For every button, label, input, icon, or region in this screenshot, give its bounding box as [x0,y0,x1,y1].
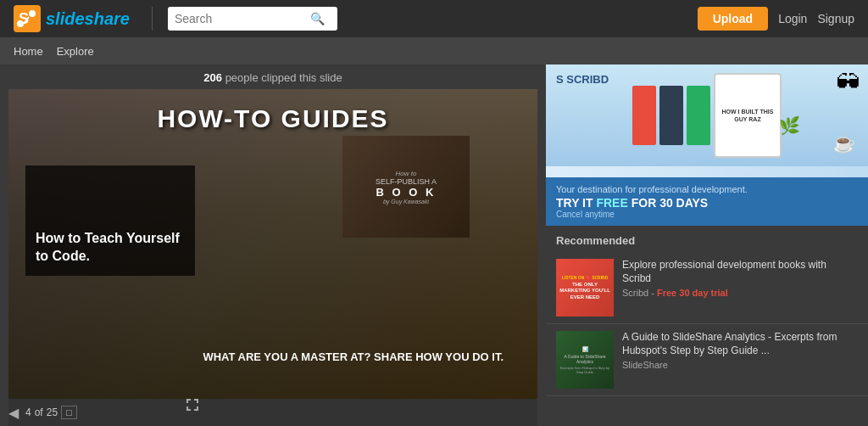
rec-source-2: SlideShare [622,360,858,370]
ad-glasses-icon: 🕶 [836,69,860,97]
main-content: 206 people clipped this slide HOW-TO GUI… [0,64,868,426]
rec-title-1: Explore professional development books w… [622,259,858,285]
slide-viewer: 206 people clipped this slide HOW-TO GUI… [0,64,546,426]
rec-info-2: A Guide to SlideShare Analytics - Excerp… [622,331,858,389]
ad-book-1 [632,86,656,145]
clipped-text: people clipped this slide [222,71,342,84]
rec-thumb-2: 📊 A Guide to SlideShare Analytics Excerp… [556,331,614,389]
slideshare-logo-icon: S [14,5,41,32]
recommended-section: Recommended [546,226,868,252]
right-sidebar: HOW I BUILT THIS GUY RAZ 🕶 🌿 ☕ S SCRIBD … [546,64,868,426]
rec2-subtitle: Excerpts from Hubspot's Step by Step Gui… [559,366,610,374]
upload-button[interactable]: Upload [698,7,768,31]
list-item[interactable]: LISTEN ON 🔴 SCRIBD THE ONLY MARKETING YO… [546,252,868,324]
ad-cta-suffix: FOR 30 DAYS [628,196,708,210]
ad-tablet: HOW I BUILT THIS GUY RAZ [714,73,782,158]
card-how-to: How to [376,170,437,177]
fullscreen-button[interactable] [186,399,198,413]
slide-bottom-text: WHAT ARE YOU A MASTER AT? SHARE HOW YOU … [203,349,504,366]
ad-scribd-logo: S SCRIBD [556,73,609,86]
ad-cta-free: FREE [596,196,627,210]
slide-container: HOW-TO GUIDES How to SELF-PUBLISH A B O … [8,89,537,399]
slide-code-card: How to Teach Yourself to Code. [25,165,195,276]
svg-point-2 [29,10,36,17]
signup-button[interactable]: Signup [817,12,854,25]
page-box[interactable]: □ [61,406,77,419]
slide-book-card: How to SELF-PUBLISH A B O O K by Guy Kaw… [342,136,470,238]
slide-controls: ◀ 4 of 25 □ [8,399,537,426]
card2-title: How to Teach Yourself to Code. [36,230,185,266]
sub-navigation: Home Explore [0,37,868,64]
ad-plant-icon: 🌿 [779,115,800,136]
rec-source-1-highlight: Free 30 day trial [657,288,728,298]
prev-slide-button[interactable]: ◀ [8,405,19,421]
clipped-notice: 206 people clipped this slide [8,71,537,84]
top-navigation: S slideshare 🔍 Upload Login Signup [0,0,868,37]
search-box[interactable]: 🔍 [168,7,337,31]
ad-book-3 [687,86,710,145]
book-title: THE ONLY MARKETING YOU'LL EVER NEED [559,282,610,300]
scribd-label: LISTEN ON 🔴 SCRIBD [559,275,610,280]
recommended-label: Recommended [556,234,635,247]
page-current: 4 [25,406,31,418]
nav-home[interactable]: Home [14,45,43,58]
ad-cta-prefix: TRY IT [556,196,596,210]
rec2-logo: 📊 [559,346,610,352]
search-input[interactable] [175,12,310,25]
logo-text: slideshare [46,9,130,29]
page-of: of [35,406,43,418]
ad-description: Your destination for professional develo… [556,184,858,194]
card-action: SELF-PUBLISH A [376,177,437,186]
card-author: by Guy Kawasaki [376,199,437,205]
rec-source-1: Scribd - Free 30 day trial [622,288,858,298]
page-total: 25 [47,406,58,418]
rec2-book-title: A Guide to SlideShare Analytics [559,354,610,364]
rec-title-2: A Guide to SlideShare Analytics - Excerp… [622,331,858,357]
ad-cta: TRY IT FREE FOR 30 DAYS [556,196,858,210]
ad-tablet-text: HOW I BUILT THIS GUY RAZ [719,108,776,123]
page-indicator: 4 of 25 □ [25,406,77,419]
rec-source-2-text: SlideShare [622,360,668,370]
card-book: B O O K [376,186,437,199]
ad-cancel-text: Cancel anytime [556,210,858,219]
svg-point-3 [17,20,24,27]
login-button[interactable]: Login [778,12,807,25]
scribd-logo-text: S SCRIBD [556,73,609,86]
rec-thumb-1-text: LISTEN ON 🔴 SCRIBD THE ONLY MARKETING YO… [556,272,614,304]
list-item[interactable]: 📊 A Guide to SlideShare Analytics Excerp… [546,324,868,396]
rec-thumb-2-text: 📊 A Guide to SlideShare Analytics Excerp… [556,343,614,378]
nav-explore[interactable]: Explore [57,45,94,58]
rec-source-1-text: Scribd - [622,288,657,298]
logo-area[interactable]: S slideshare [14,5,130,32]
rec-thumb-1: LISTEN ON 🔴 SCRIBD THE ONLY MARKETING YO… [556,259,614,317]
rec-info-1: Explore professional development books w… [622,259,858,317]
ad-mug-icon: ☕ [832,132,855,154]
ad-banner[interactable]: HOW I BUILT THIS GUY RAZ 🕶 🌿 ☕ S SCRIBD … [546,64,868,226]
slide-background: HOW-TO GUIDES How to SELF-PUBLISH A B O … [8,89,537,399]
nav-divider [152,7,153,31]
slide-main-title: HOW-TO GUIDES [8,104,537,133]
ad-book-2 [659,86,683,145]
slide-card-howto: How to SELF-PUBLISH A B O O K by Guy Kaw… [376,170,437,205]
ad-text-area: Your destination for professional develo… [546,177,868,226]
clipped-count: 206 [203,71,222,84]
nav-right: Upload Login Signup [698,7,854,31]
search-icon[interactable]: 🔍 [310,12,325,25]
